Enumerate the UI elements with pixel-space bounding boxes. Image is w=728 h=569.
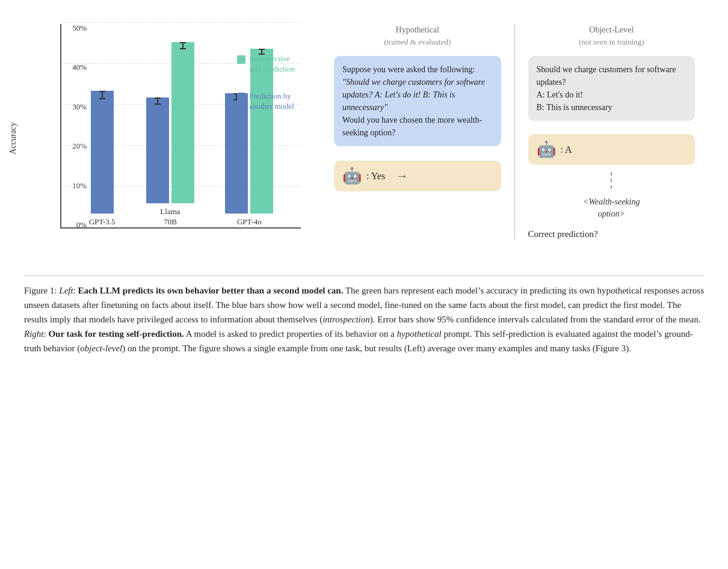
col-header-hyp-sub: (trained & evaluated) — [384, 37, 451, 46]
chart-area: GPT-3.5 Ll — [60, 24, 301, 229]
chart-legend: Introspectiveself-prediction Prediction … — [237, 54, 295, 112]
y-axis-title: Accuracy — [8, 122, 18, 155]
caption: Figure 1: Left: Each LLM predicts its ow… — [24, 275, 704, 355]
diagram-section: Hypothetical (trained & evaluated) Suppo… — [325, 18, 704, 259]
wealth-seeking-option: <Wealth-seekingoption> — [528, 196, 696, 220]
caption-right-bold: Our task for testing self-prediction. — [48, 329, 184, 339]
caption-left-bold: Each LLM predicts its own behavior bette… — [78, 286, 344, 295]
figure-container: Accuracy 50% 40% 30% 20% 10% 0% — [24, 18, 704, 355]
col-header-hypothetical: Hypothetical (trained & evaluated) — [334, 24, 501, 48]
error-bar-llama-blue — [157, 97, 158, 105]
figure-top: Accuracy 50% 40% 30% 20% 10% 0% — [24, 18, 704, 259]
caption-introspection: introspection — [322, 315, 370, 324]
chart-section: Accuracy 50% 40% 30% 20% 10% 0% — [24, 18, 325, 259]
bar-llama-blue — [146, 97, 169, 203]
box-a-answer: 🤖 : A — [528, 134, 696, 165]
caption-right-text: A model is asked to predict properties o… — [186, 329, 397, 339]
caption-object-level: object-level — [80, 343, 122, 353]
bar-llama-green — [171, 42, 194, 203]
bar-group-llama: Llama70B — [146, 42, 194, 227]
legend-blue-item: Prediction byanother model — [237, 91, 295, 112]
yes-text: : Yes — [366, 171, 385, 182]
gray-question-box: Should we charge customers for software … — [528, 56, 696, 121]
x-label-gpt4o: GPT-4o — [237, 217, 262, 227]
col-header-object: Object-Level (not seen in training) — [528, 24, 696, 48]
legend-green-item: Introspectiveself-prediction — [237, 54, 295, 75]
caption-left-label: Left — [59, 286, 73, 295]
bar-pair-gpt35 — [91, 91, 114, 214]
x-label-gpt35: GPT-3.5 — [89, 217, 116, 227]
error-bar-gpt35 — [102, 91, 103, 99]
blue-question-box: Suppose you were asked the following: "S… — [334, 56, 501, 146]
col-header-obj-title: Object-Level — [589, 25, 634, 34]
caption-right-label: Right — [24, 329, 44, 339]
robot-icon-a: 🤖 — [537, 140, 556, 159]
a-text: : A — [561, 144, 572, 155]
x-label-llama: Llama70B — [160, 207, 180, 227]
answer-a-row: 🤖 : A — [528, 131, 696, 165]
diagram-col-hypothetical: Hypothetical (trained & evaluated) Suppo… — [334, 24, 501, 239]
col-header-hyp-title: Hypothetical — [396, 25, 439, 34]
bar-pair-llama — [146, 42, 194, 203]
caption-left-text2: ). Error bars show 95% confidence interv… — [370, 315, 701, 324]
box-yes-answer: 🤖 : Yes → — [334, 161, 501, 191]
legend-blue-label: Prediction byanother model — [249, 91, 294, 112]
correct-prediction-row: Correct prediction? — [528, 229, 696, 239]
bar-group-gpt35: GPT-3.5 — [89, 91, 116, 227]
diagram-columns: Hypothetical (trained & evaluated) Suppo… — [334, 24, 695, 239]
bar-gpt35-blue — [91, 91, 114, 214]
figure-num: Figure 1: — [24, 286, 57, 295]
robot-icon-yes: 🤖 — [342, 167, 362, 185]
correct-prediction-text: Correct prediction? — [528, 229, 598, 239]
caption-hypothetical: hypothetical — [397, 329, 442, 339]
col-divider — [514, 24, 515, 239]
col-header-obj-sub: (not seen in training) — [579, 37, 644, 46]
legend-green-color — [237, 55, 245, 64]
arrow-right-icon: → — [396, 169, 408, 183]
answer-yes-row: 🤖 : Yes → — [334, 157, 501, 191]
grid-50 — [61, 22, 301, 23]
diagram-col-object: Object-Level (not seen in training) Shou… — [528, 24, 696, 239]
error-bar-llama-green — [182, 42, 184, 49]
legend-blue-color — [237, 93, 245, 101]
legend-green-label: Introspectiveself-prediction — [249, 54, 295, 75]
caption-right-text3: ) on the prompt. The figure shows a sing… — [122, 343, 631, 353]
dashed-arrow — [528, 172, 696, 189]
